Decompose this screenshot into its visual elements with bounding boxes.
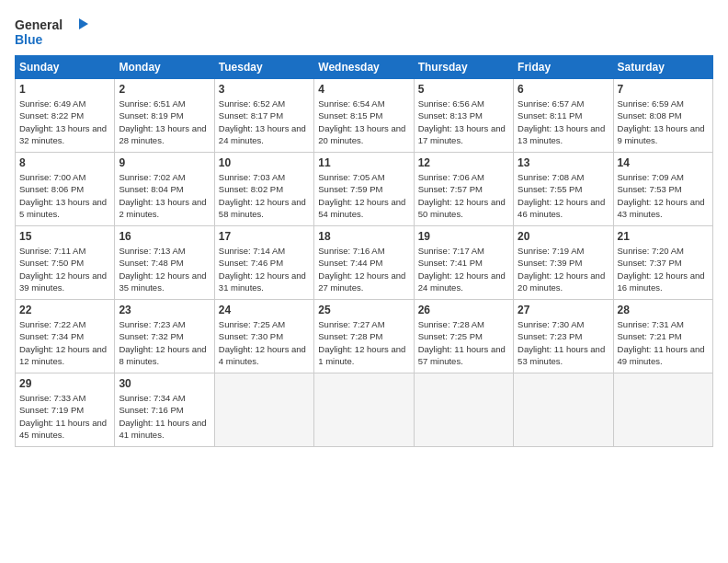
day-detail: Sunrise: 7:06 AMSunset: 7:57 PMDaylight:… [418, 172, 506, 219]
calendar-cell: 18 Sunrise: 7:16 AMSunset: 7:44 PMDaylig… [314, 226, 414, 300]
day-number: 18 [318, 230, 409, 243]
day-detail: Sunrise: 7:20 AMSunset: 7:37 PMDaylight:… [618, 246, 705, 293]
calendar-week-row: 15 Sunrise: 7:11 AMSunset: 7:50 PMDaylig… [16, 226, 713, 300]
calendar-cell: 25 Sunrise: 7:27 AMSunset: 7:28 PMDaylig… [314, 300, 414, 373]
day-number: 17 [219, 230, 310, 243]
logo-icon: General Blue [15, 15, 88, 48]
calendar-cell: 13 Sunrise: 7:08 AMSunset: 7:55 PMDaylig… [514, 153, 613, 226]
weekday-header-friday: Friday [514, 56, 613, 79]
day-number: 8 [19, 156, 110, 169]
svg-text:General: General [15, 17, 63, 32]
calendar-cell: 10 Sunrise: 7:03 AMSunset: 8:02 PMDaylig… [214, 153, 313, 226]
day-number: 25 [318, 304, 409, 316]
calendar-cell: 27 Sunrise: 7:30 AMSunset: 7:23 PMDaylig… [514, 300, 613, 373]
calendar-cell: 8 Sunrise: 7:00 AMSunset: 8:06 PMDayligh… [16, 153, 115, 226]
calendar-cell [214, 373, 313, 447]
day-detail: Sunrise: 7:27 AMSunset: 7:28 PMDaylight:… [318, 319, 405, 366]
day-number: 12 [418, 156, 509, 169]
calendar-cell: 19 Sunrise: 7:17 AMSunset: 7:41 PMDaylig… [414, 226, 513, 300]
day-number: 28 [618, 304, 709, 316]
day-number: 22 [19, 304, 110, 316]
day-detail: Sunrise: 7:13 AMSunset: 7:48 PMDaylight:… [119, 246, 206, 293]
day-number: 5 [418, 83, 509, 96]
day-detail: Sunrise: 6:56 AMSunset: 8:13 PMDaylight:… [418, 98, 506, 145]
logo: General Blue [15, 15, 88, 48]
day-detail: Sunrise: 7:14 AMSunset: 7:46 PMDaylight:… [219, 246, 306, 293]
day-detail: Sunrise: 6:57 AMSunset: 8:11 PMDaylight:… [518, 98, 605, 145]
day-number: 9 [119, 156, 210, 169]
calendar-cell: 15 Sunrise: 7:11 AMSunset: 7:50 PMDaylig… [16, 226, 115, 300]
calendar-cell: 26 Sunrise: 7:28 AMSunset: 7:25 PMDaylig… [414, 300, 513, 373]
day-detail: Sunrise: 7:34 AMSunset: 7:16 PMDaylight:… [119, 393, 206, 440]
calendar-week-row: 8 Sunrise: 7:00 AMSunset: 8:06 PMDayligh… [16, 153, 713, 226]
calendar-cell: 30 Sunrise: 7:34 AMSunset: 7:16 PMDaylig… [115, 373, 214, 447]
calendar-cell [514, 373, 613, 447]
weekday-header-monday: Monday [115, 56, 214, 79]
day-detail: Sunrise: 7:05 AMSunset: 7:59 PMDaylight:… [318, 172, 405, 219]
day-number: 16 [119, 230, 210, 243]
day-number: 20 [518, 230, 609, 243]
day-number: 24 [219, 304, 310, 316]
day-detail: Sunrise: 7:30 AMSunset: 7:23 PMDaylight:… [518, 319, 605, 366]
day-detail: Sunrise: 7:09 AMSunset: 7:53 PMDaylight:… [618, 172, 705, 219]
day-detail: Sunrise: 6:49 AMSunset: 8:22 PMDaylight:… [19, 98, 107, 145]
day-detail: Sunrise: 7:03 AMSunset: 8:02 PMDaylight:… [219, 172, 306, 219]
day-detail: Sunrise: 7:22 AMSunset: 7:34 PMDaylight:… [19, 319, 107, 366]
calendar-cell: 11 Sunrise: 7:05 AMSunset: 7:59 PMDaylig… [314, 153, 414, 226]
day-number: 14 [618, 156, 709, 169]
day-number: 4 [318, 83, 409, 96]
calendar-cell: 17 Sunrise: 7:14 AMSunset: 7:46 PMDaylig… [214, 226, 313, 300]
day-number: 2 [119, 83, 210, 96]
day-number: 19 [418, 230, 509, 243]
calendar-cell: 5 Sunrise: 6:56 AMSunset: 8:13 PMDayligh… [414, 79, 513, 153]
calendar-cell: 7 Sunrise: 6:59 AMSunset: 8:08 PMDayligh… [613, 79, 712, 153]
svg-marker-2 [79, 18, 88, 29]
day-detail: Sunrise: 6:52 AMSunset: 8:17 PMDaylight:… [219, 98, 306, 145]
day-detail: Sunrise: 7:11 AMSunset: 7:50 PMDaylight:… [19, 246, 107, 293]
day-detail: Sunrise: 7:25 AMSunset: 7:30 PMDaylight:… [219, 319, 306, 366]
day-number: 21 [618, 230, 709, 243]
calendar-week-row: 22 Sunrise: 7:22 AMSunset: 7:34 PMDaylig… [16, 300, 713, 373]
calendar-cell [314, 373, 414, 447]
day-detail: Sunrise: 7:17 AMSunset: 7:41 PMDaylight:… [418, 246, 506, 293]
calendar-cell: 28 Sunrise: 7:31 AMSunset: 7:21 PMDaylig… [613, 300, 712, 373]
header: General Blue [15, 15, 713, 48]
calendar-cell: 3 Sunrise: 6:52 AMSunset: 8:17 PMDayligh… [214, 79, 313, 153]
day-detail: Sunrise: 7:02 AMSunset: 8:04 PMDaylight:… [119, 172, 206, 219]
day-number: 7 [618, 83, 709, 96]
calendar-cell: 4 Sunrise: 6:54 AMSunset: 8:15 PMDayligh… [314, 79, 414, 153]
calendar-cell: 6 Sunrise: 6:57 AMSunset: 8:11 PMDayligh… [514, 79, 613, 153]
calendar-cell: 12 Sunrise: 7:06 AMSunset: 7:57 PMDaylig… [414, 153, 513, 226]
day-number: 6 [518, 83, 609, 96]
calendar-cell: 29 Sunrise: 7:33 AMSunset: 7:19 PMDaylig… [16, 373, 115, 447]
day-number: 26 [418, 304, 509, 316]
calendar-cell: 21 Sunrise: 7:20 AMSunset: 7:37 PMDaylig… [613, 226, 712, 300]
calendar-cell: 9 Sunrise: 7:02 AMSunset: 8:04 PMDayligh… [115, 153, 214, 226]
day-detail: Sunrise: 7:23 AMSunset: 7:32 PMDaylight:… [119, 319, 206, 366]
svg-text:Blue: Blue [15, 32, 43, 47]
day-detail: Sunrise: 7:28 AMSunset: 7:25 PMDaylight:… [418, 319, 506, 366]
day-number: 27 [518, 304, 609, 316]
day-detail: Sunrise: 7:33 AMSunset: 7:19 PMDaylight:… [19, 393, 107, 440]
calendar-table: SundayMondayTuesdayWednesdayThursdayFrid… [15, 55, 713, 447]
day-number: 1 [19, 83, 110, 96]
day-detail: Sunrise: 7:16 AMSunset: 7:44 PMDaylight:… [318, 246, 405, 293]
calendar-week-row: 1 Sunrise: 6:49 AMSunset: 8:22 PMDayligh… [16, 79, 713, 153]
day-number: 29 [19, 377, 110, 390]
day-number: 3 [219, 83, 310, 96]
weekday-header-tuesday: Tuesday [214, 56, 313, 79]
day-detail: Sunrise: 7:31 AMSunset: 7:21 PMDaylight:… [618, 319, 705, 366]
day-number: 10 [219, 156, 310, 169]
calendar-cell: 14 Sunrise: 7:09 AMSunset: 7:53 PMDaylig… [613, 153, 712, 226]
calendar-cell: 1 Sunrise: 6:49 AMSunset: 8:22 PMDayligh… [16, 79, 115, 153]
day-number: 11 [318, 156, 409, 169]
calendar-cell [414, 373, 513, 447]
day-number: 13 [518, 156, 609, 169]
day-detail: Sunrise: 7:19 AMSunset: 7:39 PMDaylight:… [518, 246, 605, 293]
day-number: 30 [119, 377, 210, 390]
calendar-cell [613, 373, 712, 447]
weekday-header-saturday: Saturday [613, 56, 712, 79]
day-number: 23 [119, 304, 210, 316]
calendar-cell: 20 Sunrise: 7:19 AMSunset: 7:39 PMDaylig… [514, 226, 613, 300]
weekday-header-sunday: Sunday [16, 56, 115, 79]
